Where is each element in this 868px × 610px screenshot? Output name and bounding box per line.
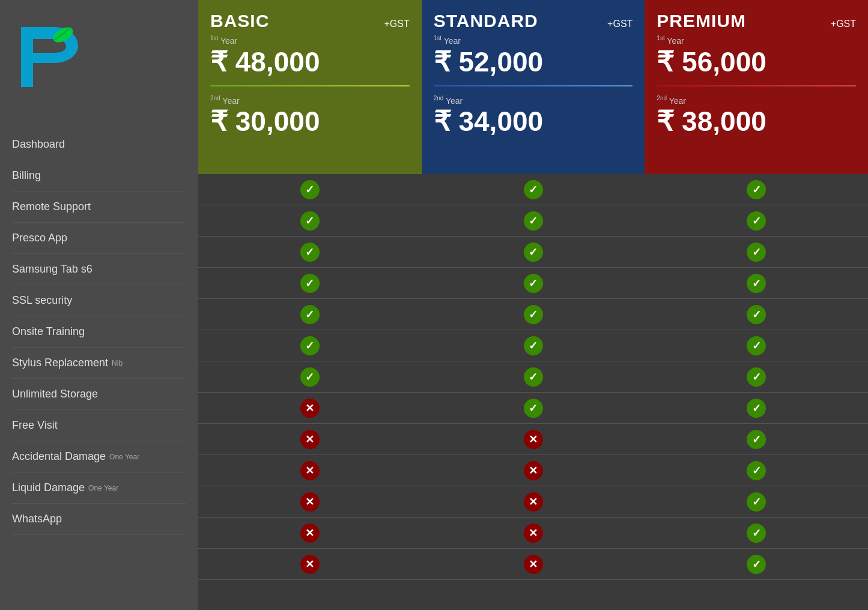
check-cell <box>198 361 422 393</box>
check-yes-icon <box>524 399 543 418</box>
check-yes-icon <box>747 555 766 574</box>
check-cell <box>198 268 422 299</box>
year1-price-standard: ₹ 52,000 <box>434 46 633 78</box>
plan-checks-basic <box>198 174 422 610</box>
plan-header-standard: STANDARD +GST 1st Year ₹ 52,000 2nd Year… <box>422 0 645 174</box>
check-cell <box>422 205 645 237</box>
logo-area <box>12 12 186 105</box>
check-no-icon <box>300 492 320 512</box>
check-cell <box>198 486 422 518</box>
check-no-icon <box>524 492 543 512</box>
feature-main-label: Liquid Damage <box>12 482 85 494</box>
check-cell <box>198 237 422 268</box>
plan-checks-premium <box>645 174 868 610</box>
check-yes-icon <box>524 336 543 355</box>
check-cell <box>422 549 645 580</box>
year1-label-premium: 1st Year <box>657 35 856 46</box>
feature-item: Stylus ReplacementNib <box>12 348 186 379</box>
feature-item: Remote Support <box>12 192 186 223</box>
feature-item: Dashboard <box>12 129 186 160</box>
check-no-icon <box>300 461 320 480</box>
plan-header-basic: BASIC +GST 1st Year ₹ 48,000 2nd Year ₹ … <box>198 0 422 174</box>
check-yes-icon <box>524 367 543 387</box>
check-cell <box>645 330 868 361</box>
feature-item: Billing <box>12 160 186 192</box>
check-no-icon <box>300 555 320 574</box>
check-yes-icon <box>524 243 543 262</box>
check-yes-icon <box>747 430 766 449</box>
check-yes-icon <box>747 211 766 231</box>
check-yes-icon <box>524 211 543 231</box>
check-cell <box>422 455 645 486</box>
check-cell <box>198 330 422 361</box>
feature-item: SSL security <box>12 285 186 316</box>
check-yes-icon <box>300 305 320 324</box>
feature-list: DashboardBillingRemote SupportPresco App… <box>12 129 186 535</box>
feature-item: Accidental DamageOne Year <box>12 441 186 473</box>
plan-column-basic: BASIC +GST 1st Year ₹ 48,000 2nd Year ₹ … <box>198 0 422 610</box>
feature-main-label: Dashboard <box>12 138 65 151</box>
year1-price-premium: ₹ 56,000 <box>657 46 856 78</box>
check-cell <box>198 174 422 205</box>
check-cell <box>645 174 868 205</box>
year2-price-basic: ₹ 30,000 <box>210 105 410 137</box>
check-yes-icon <box>300 336 320 355</box>
feature-main-label: Free Visit <box>12 419 58 432</box>
plan-title-row: PREMIUM +GST <box>657 11 856 31</box>
plan-checks-standard <box>422 174 645 610</box>
plan-column-premium: PREMIUM +GST 1st Year ₹ 56,000 2nd Year … <box>645 0 868 610</box>
feature-item: Unlimited Storage <box>12 379 186 410</box>
year1-label-basic: 1st Year <box>210 35 410 46</box>
plan-header-premium: PREMIUM +GST 1st Year ₹ 56,000 2nd Year … <box>645 0 868 174</box>
plan-name-standard: STANDARD <box>434 11 538 31</box>
check-cell <box>645 205 868 237</box>
check-no-icon <box>524 555 543 574</box>
check-yes-icon <box>300 274 320 293</box>
check-yes-icon <box>300 180 320 199</box>
check-cell <box>198 424 422 455</box>
check-cell <box>422 299 645 330</box>
sidebar: DashboardBillingRemote SupportPresco App… <box>0 0 198 610</box>
check-cell <box>422 330 645 361</box>
check-yes-icon <box>524 274 543 293</box>
year1-price-basic: ₹ 48,000 <box>210 46 410 78</box>
feature-item: Samsung Tab s6 <box>12 254 186 285</box>
check-yes-icon <box>747 180 766 199</box>
check-no-icon <box>300 430 320 449</box>
check-no-icon <box>524 461 543 480</box>
feature-main-label: Billing <box>12 169 41 182</box>
feature-item: Liquid DamageOne Year <box>12 473 186 504</box>
check-yes-icon <box>300 211 320 231</box>
check-cell <box>198 299 422 330</box>
feature-main-label: Presco App <box>12 232 67 244</box>
check-cell <box>645 268 868 299</box>
check-no-icon <box>524 524 543 543</box>
feature-main-label: Accidental Damage <box>12 450 106 463</box>
check-cell <box>422 174 645 205</box>
check-cell <box>422 237 645 268</box>
check-yes-icon <box>747 336 766 355</box>
check-cell <box>645 455 868 486</box>
check-cell <box>422 393 645 424</box>
check-cell <box>645 299 868 330</box>
plan-gst-premium: +GST <box>831 19 856 29</box>
year2-label-standard: 2nd Year <box>434 95 633 106</box>
check-cell <box>645 393 868 424</box>
check-cell <box>645 518 868 549</box>
check-yes-icon <box>747 305 766 324</box>
feature-sub-label: Nib <box>112 359 123 367</box>
check-no-icon <box>300 399 320 418</box>
feature-item: WhatsApp <box>12 504 186 535</box>
plan-title-row: STANDARD +GST <box>434 11 633 31</box>
check-yes-icon <box>747 461 766 480</box>
check-cell <box>645 237 868 268</box>
check-cell <box>198 549 422 580</box>
plan-gst-basic: +GST <box>384 19 409 29</box>
check-yes-icon <box>747 399 766 418</box>
check-no-icon <box>524 430 543 449</box>
check-no-icon <box>300 524 320 543</box>
check-cell <box>198 205 422 237</box>
check-cell <box>645 361 868 393</box>
price-row2-basic: 2nd Year ₹ 30,000 <box>210 95 410 140</box>
check-cell <box>422 486 645 518</box>
